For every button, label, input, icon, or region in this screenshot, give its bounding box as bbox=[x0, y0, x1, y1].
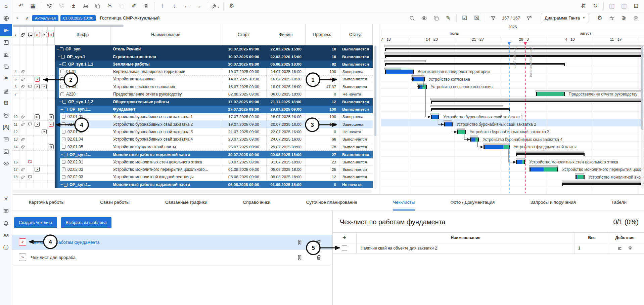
expand-right-icon[interactable]: > bbox=[35, 32, 40, 37]
task-bar[interactable] bbox=[536, 92, 565, 96]
create-checklist-button[interactable]: Создать чек-лист bbox=[14, 217, 57, 228]
version-date-badge[interactable]: 01.08.2025 10:30 bbox=[60, 15, 96, 21]
work-code-cell[interactable]: 02.01.02 bbox=[60, 121, 111, 128]
table-row[interactable]: 401.01Вертикальная планировка территории… bbox=[12, 68, 373, 75]
row-checkbox[interactable] bbox=[60, 92, 64, 96]
table-row[interactable]: 3−OP_syn.1.1.1Земляные работы10.07.2025 … bbox=[12, 61, 373, 68]
search-button[interactable] bbox=[406, 13, 418, 23]
table-row[interactable]: 1302.01.04Устройство буронабивных свай з… bbox=[12, 136, 373, 143]
summary-bar[interactable] bbox=[516, 153, 584, 155]
row-checkbox[interactable] bbox=[61, 55, 65, 59]
copy-button[interactable] bbox=[92, 1, 104, 11]
row-checkbox[interactable] bbox=[62, 145, 65, 149]
collapse-minus[interactable]: − bbox=[59, 100, 61, 104]
check-all-button[interactable]: ☑ bbox=[459, 13, 471, 23]
format-brush-button[interactable]: ✐ bbox=[128, 1, 140, 11]
edit-note-button[interactable]: ✎ bbox=[442, 13, 454, 23]
task-bar[interactable] bbox=[530, 167, 558, 171]
task-bar[interactable] bbox=[418, 85, 427, 89]
layout-left-button[interactable]: ◫ bbox=[606, 1, 618, 11]
row-checkbox[interactable] bbox=[64, 108, 67, 111]
tab-4[interactable]: Справочники bbox=[243, 195, 271, 211]
move-down-button[interactable]: ↓ bbox=[169, 1, 181, 11]
collapse-minus[interactable]: − bbox=[59, 62, 61, 67]
tab-3[interactable]: Связанные графики bbox=[165, 195, 208, 211]
work-code-cell[interactable]: A220 bbox=[59, 90, 111, 98]
collapse-minus[interactable]: − bbox=[56, 47, 59, 51]
expand-checklist-icon[interactable]: < bbox=[19, 238, 26, 246]
table-row[interactable]: 9−OP_syn.1...Фундамент17.07.2025 09:0029… bbox=[12, 106, 373, 113]
task-bar[interactable] bbox=[431, 115, 439, 119]
move-up-button[interactable]: ↑ bbox=[156, 1, 169, 11]
checklist-item-row[interactable]: Наличие свай на объекте для захватки 21 bbox=[332, 243, 644, 254]
row-checkbox[interactable] bbox=[64, 153, 67, 156]
bookmark-plus-icon[interactable] bbox=[296, 254, 303, 261]
column-header[interactable]: Шифр bbox=[55, 24, 111, 45]
row-checkbox[interactable] bbox=[62, 160, 65, 164]
expand-checklist-icon[interactable]: > bbox=[19, 254, 26, 261]
row-checkbox[interactable] bbox=[62, 100, 66, 104]
layout-bottom-button[interactable]: ⊟ bbox=[630, 1, 642, 11]
checklist-list-item[interactable]: >Чек-лист для прораба bbox=[12, 250, 332, 265]
delete-button[interactable] bbox=[140, 1, 152, 11]
panel-splitter[interactable] bbox=[379, 24, 379, 193]
tab-1[interactable]: Карточка работы bbox=[29, 195, 64, 211]
tab-6[interactable]: Чек-листы bbox=[393, 195, 415, 211]
table-row[interactable]: 6>^01.03Устройство песчаного основания15… bbox=[12, 83, 373, 90]
row-checkbox[interactable] bbox=[62, 175, 65, 179]
task-bar[interactable] bbox=[444, 122, 452, 126]
trash-icon[interactable] bbox=[315, 254, 322, 261]
collapse-left-icon[interactable]: < bbox=[48, 32, 54, 37]
work-code-cell[interactable]: −OP_syn.1... bbox=[59, 151, 111, 158]
table-row[interactable]: 5>01.02Устройство котлована14.07.2025 10… bbox=[12, 76, 373, 83]
uncheck-all-button[interactable]: ☒ bbox=[471, 13, 483, 23]
version-dropdown-caret-icon[interactable]: ▾ bbox=[12, 13, 22, 23]
sidebar-item-bell[interactable] bbox=[0, 217, 12, 229]
sidebar-item-chart[interactable] bbox=[0, 48, 12, 61]
work-code-cell[interactable]: −OP_syn.1... bbox=[59, 181, 111, 188]
task-bar[interactable] bbox=[412, 77, 425, 81]
collapse-minus[interactable]: − bbox=[60, 152, 63, 157]
add-sibling-node-button[interactable] bbox=[55, 1, 67, 11]
collapse-up-icon[interactable]: ^ bbox=[42, 32, 47, 37]
row-checkbox[interactable] bbox=[60, 85, 64, 88]
collapse-left-icon[interactable]: < bbox=[49, 114, 54, 119]
wrench-button[interactable]: ▾ bbox=[209, 1, 221, 11]
sidebar-item-chat[interactable] bbox=[0, 205, 12, 217]
sidebar-item-copies[interactable] bbox=[0, 61, 12, 73]
cut-button[interactable]: ✂ bbox=[104, 1, 116, 11]
sidebar-item-card[interactable] bbox=[0, 133, 12, 145]
sidebar-item-info[interactable]: ⓘ bbox=[0, 241, 12, 254]
column-header[interactable]: Наименование bbox=[111, 24, 221, 45]
sidebar-item-grid[interactable]: ⊞ bbox=[0, 97, 12, 109]
row-checkbox[interactable] bbox=[60, 77, 64, 81]
collapse-minus[interactable]: − bbox=[58, 54, 60, 59]
display-settings-button[interactable] bbox=[606, 13, 618, 23]
collapse-up-icon[interactable]: ^ bbox=[42, 84, 47, 89]
filter-button[interactable] bbox=[487, 13, 499, 23]
column-header[interactable]: Старт bbox=[221, 24, 266, 45]
tab-8[interactable]: Запросы и поручения bbox=[530, 195, 576, 211]
row-checkbox[interactable] bbox=[62, 62, 66, 66]
work-code-cell[interactable]: 02.01.01 bbox=[60, 113, 111, 121]
sidebar-item-language[interactable]: Aя bbox=[0, 229, 12, 241]
task-bar[interactable] bbox=[516, 160, 525, 164]
item-checkbox[interactable] bbox=[342, 245, 347, 251]
tab-2[interactable]: Связи работы bbox=[100, 195, 129, 211]
eye-button[interactable] bbox=[418, 13, 430, 23]
insert-row-button[interactable]: ± bbox=[67, 1, 80, 11]
view-selector[interactable]: Диаграмма Ганта ▼ bbox=[541, 13, 589, 23]
swap-vertical-button[interactable]: ⇵ bbox=[577, 1, 589, 11]
sidebar-item-brightness[interactable]: ☀ bbox=[0, 193, 12, 205]
print-button[interactable] bbox=[630, 13, 642, 23]
list-lines-icon[interactable] bbox=[617, 245, 623, 251]
sidebar-item-gantt-view[interactable] bbox=[0, 24, 12, 36]
layout-split-button[interactable]: ◫ bbox=[618, 1, 630, 11]
work-code-cell[interactable]: −OP_syn.1.1.2 bbox=[57, 98, 111, 106]
row-checkbox[interactable] bbox=[60, 47, 63, 51]
undo-button[interactable]: ↶ bbox=[15, 1, 27, 11]
row-checkbox[interactable] bbox=[62, 130, 65, 134]
summary-bar[interactable] bbox=[431, 101, 644, 102]
expand-right-icon[interactable]: > bbox=[35, 114, 40, 119]
settings-button[interactable]: ⚙ bbox=[226, 1, 238, 11]
